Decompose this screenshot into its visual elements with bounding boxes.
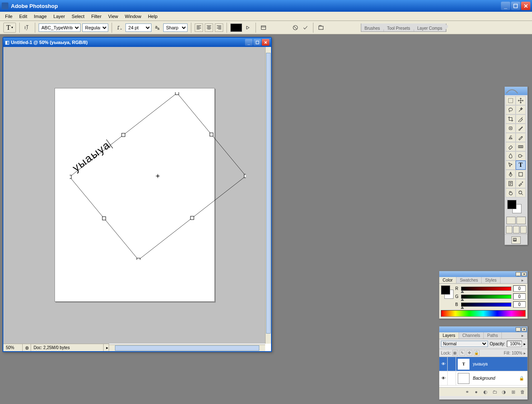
document-title-bar[interactable]: ◧ Untitled-1 @ 50% (уыаыуа, RGB/8) _ ☐ ✕ [3,38,271,47]
canvas-area[interactable]: уыаыуа [3,47,266,344]
palette-tab-brushes[interactable]: Brushes [361,25,384,31]
warp-text-button[interactable] [244,23,252,32]
tab-paths[interactable]: Paths [484,332,502,339]
zoom-field[interactable]: 50% [3,344,23,351]
healing-brush-tool[interactable] [506,124,516,133]
layer-style-button[interactable]: ● [472,388,480,395]
lock-all-button[interactable]: 🔒 [474,350,480,356]
screen-full-button[interactable] [520,226,527,233]
panel-minimize-button[interactable]: _ [516,272,521,276]
slice-tool[interactable] [516,114,526,124]
doc-minimize-button[interactable]: _ [245,39,253,46]
text-color-swatch[interactable] [230,23,242,32]
font-style-select[interactable]: Regular [82,23,108,32]
screen-full-menu-button[interactable] [513,226,519,233]
toolbox-header[interactable] [505,87,527,95]
fill-dropdown-icon[interactable]: ▸ [524,351,526,355]
foreground-color-swatch[interactable] [507,200,516,209]
window-maximize-button[interactable]: ☐ [511,2,520,10]
brush-tool[interactable] [516,124,526,133]
eraser-tool[interactable] [506,142,516,151]
layer-mask-button[interactable]: ◐ [481,388,490,395]
doc-maximize-button[interactable]: ☐ [253,39,261,46]
tab-channels[interactable]: Channels [459,332,484,339]
cancel-transform-button[interactable] [291,23,300,32]
text-orientation-button[interactable] [23,23,31,32]
menu-help[interactable]: Help [145,13,161,20]
lasso-tool[interactable] [506,105,516,114]
menu-edit[interactable]: Edit [16,13,31,20]
layer-row[interactable]: 👁 T уыаыуа [439,357,527,371]
delete-layer-button[interactable]: 🗑 [518,388,527,395]
align-left-button[interactable] [195,23,203,32]
antialias-select[interactable]: Sharp [163,23,188,32]
notes-tool[interactable] [506,179,516,188]
palette-tab-tool-presets[interactable]: Tool Presets [384,25,414,31]
file-browser-button[interactable] [317,23,325,32]
menu-view[interactable]: View [105,13,122,20]
font-size-select[interactable]: 24 pt [125,23,151,32]
doc-info[interactable]: Doc: 2,25M/0 bytes [31,344,104,351]
g-slider[interactable] [461,295,511,299]
lock-transparency-button[interactable]: ▦ [452,350,458,356]
link-toggle[interactable] [448,357,456,371]
vertical-scrollbar[interactable] [265,47,271,344]
align-center-button[interactable] [205,23,213,32]
pen-tool[interactable] [506,170,516,179]
layers-panel-header[interactable]: _ ✕ [439,326,527,332]
b-value[interactable]: 0 [513,301,526,308]
opacity-dropdown-icon[interactable]: ▸ [524,342,526,346]
shape-tool[interactable] [516,170,526,179]
panel-menu-button[interactable]: ▸ [518,277,527,283]
screen-standard-button[interactable] [506,226,512,233]
color-preview[interactable] [441,285,454,302]
palettes-button[interactable] [259,23,268,32]
b-slider[interactable] [461,303,511,307]
window-minimize-button[interactable]: _ [501,2,510,10]
layer-name[interactable]: Background [471,376,516,381]
layer-name[interactable]: уыаыуа [471,362,527,366]
status-icon[interactable]: ◍ [23,344,31,351]
panel-close-button[interactable]: ✕ [522,327,527,331]
panel-close-button[interactable]: ✕ [522,272,527,276]
new-adjustment-button[interactable]: ◑ [500,388,508,395]
link-toggle[interactable] [448,371,456,385]
move-tool[interactable] [516,96,526,105]
layer-thumbnail[interactable] [458,373,469,384]
color-spectrum[interactable] [441,310,526,317]
window-close-button[interactable]: ✕ [521,2,530,10]
crop-tool[interactable] [506,114,516,124]
clone-stamp-tool[interactable] [506,133,516,142]
tab-styles[interactable]: Styles [482,277,500,283]
magic-wand-tool[interactable] [516,105,526,114]
path-selection-tool[interactable] [506,161,516,170]
g-value[interactable]: 0 [513,293,526,300]
fill-field[interactable]: 100% [511,351,522,355]
eyedropper-tool[interactable] [516,179,526,188]
panel-menu-button[interactable]: ▸ [518,332,527,339]
gradient-tool[interactable] [516,142,526,151]
menu-filter[interactable]: Filter [88,13,104,20]
color-picker[interactable] [506,200,526,214]
zoom-tool[interactable] [516,188,526,197]
marquee-tool[interactable] [506,96,516,105]
lock-position-button[interactable]: ✥ [467,350,472,356]
align-right-button[interactable] [215,23,223,32]
r-value[interactable]: 0 [513,285,526,292]
new-group-button[interactable]: 🗀 [490,388,499,395]
panel-minimize-button[interactable]: _ [516,327,521,331]
menu-window[interactable]: Window [122,13,145,20]
menu-file[interactable]: File [2,13,16,20]
history-brush-tool[interactable] [516,133,526,142]
blend-mode-select[interactable]: Normal [441,341,488,347]
r-slider[interactable] [461,287,511,291]
tool-preset-picker[interactable]: T ▾ [3,23,16,33]
layer-thumbnail[interactable]: T [458,359,469,370]
dodge-tool[interactable] [516,151,526,161]
standard-mode-button[interactable] [506,217,516,224]
link-layers-button[interactable]: ⚭ [463,388,471,395]
opacity-field[interactable]: 100% [507,341,522,347]
horizontal-scrollbar[interactable] [109,344,265,351]
jump-to-imageready-button[interactable] [511,236,521,244]
menu-select[interactable]: Select [68,13,88,20]
